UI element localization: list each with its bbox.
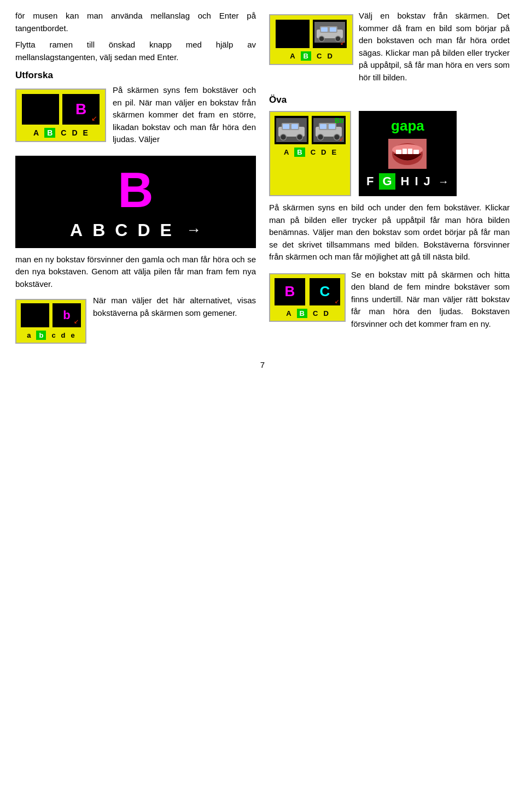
para-utforska-2: man en ny bokstav försvinner den gamla o… [15, 254, 256, 291]
letter-D-ova: D [321, 148, 326, 156]
big-letter-display[interactable]: B A B C D E → [15, 156, 256, 248]
letters-row-gem: a b c d e [27, 331, 75, 340]
letter-A-ova: A [284, 148, 289, 156]
letter-C-1: C [61, 128, 66, 137]
para-valj: Välj en bokstav från skärmen. Det kommer… [359, 10, 510, 84]
para-mouse: för musen kan man använda mellanslag och… [15, 10, 256, 34]
svg-point-12 [281, 134, 287, 140]
black-panel-car-right: ↙ [313, 20, 347, 48]
page: för musen kan man använda mellanslag och… [0, 0, 525, 385]
ui-top-panels-gemener: b ↙ [21, 303, 81, 327]
bc-panel-B: B [275, 278, 305, 305]
top-right-section: ↙ A B C D Välj en bokstav från skärmen. … [269, 10, 510, 88]
svg-rect-25 [402, 149, 407, 154]
svg-rect-3 [321, 27, 328, 32]
letter-A-1: A [33, 128, 39, 137]
big-D[interactable]: D [137, 220, 150, 240]
bc-letter-B: B [285, 283, 295, 300]
right-column: ↙ A B C D Välj en bokstav från skärmen. … [269, 10, 510, 350]
bc-top-panels: B C ↙ [275, 278, 340, 305]
letters-row-bc: A B C D [286, 309, 329, 318]
letter-C-tr: C [317, 52, 322, 60]
letter-H[interactable]: H [401, 174, 410, 189]
ova-car-top: Bb ↙ [275, 116, 346, 144]
letter-B-highlighted-bc[interactable]: B [297, 309, 307, 318]
para-ova-1: På skärmen syns en bild och under den fe… [269, 202, 510, 263]
letter-D-tr: D [327, 52, 332, 60]
letter-D-1: D [72, 128, 77, 137]
svg-rect-18 [329, 124, 335, 129]
black-panel-right-gem: b ↙ [52, 303, 81, 327]
letter-a-gem: a [27, 331, 31, 339]
big-letters-ABCDE: A B C D E → [70, 220, 201, 240]
letters-row-ova: A B C D E [284, 148, 336, 157]
letter-B-highlighted-tr[interactable]: B [301, 51, 311, 61]
ui-box-gemener: b ↙ a b c d e [15, 295, 86, 348]
utforska-section: B ↙ A B C D E På skärmen syns fe [15, 84, 256, 150]
black-panel-left-gem [21, 303, 49, 327]
red-arrow-ova: ↙ [339, 136, 344, 143]
letter-B-highlighted-1[interactable]: B [44, 128, 55, 138]
svg-point-5 [319, 36, 324, 42]
heading-ova: Öva [269, 95, 510, 105]
big-letter-B: B [118, 166, 154, 215]
bc-section: B C ↙ A B C D Se en bokstav mitt på [269, 269, 510, 335]
red-arrow-1: ↙ [91, 114, 97, 122]
big-arrow-right[interactable]: → [186, 221, 201, 239]
svg-rect-4 [330, 27, 336, 32]
letter-C-ova: C [311, 148, 316, 156]
black-panel-car-left [276, 20, 310, 48]
ui-illustration-top-right[interactable]: ↙ A B C D [269, 14, 353, 65]
ui-top-panels: B ↙ [22, 94, 100, 125]
ova-illustrations: Bb ↙ A B C D E gapa [269, 111, 510, 196]
letter-D-bc: D [323, 309, 328, 317]
letter-B-highlighted-ova[interactable]: B [294, 148, 305, 157]
svg-rect-11 [291, 124, 298, 129]
letter-c-gem: c [51, 331, 55, 339]
big-letter-b-gem: b [63, 308, 70, 322]
ui-illustration-gemener[interactable]: b ↙ a b c d e [15, 299, 86, 344]
heading-utforska: Utforska [15, 70, 256, 81]
para-ova-2: Se en bokstav mitt på skärmen och hitta … [351, 269, 510, 331]
ui-illustration-1[interactable]: B ↙ A B C D E [15, 89, 106, 142]
letter-I[interactable]: I [415, 174, 418, 189]
ova-black-panel-left [275, 116, 308, 144]
ova-black-panel-right: Bb ↙ [312, 116, 346, 144]
bc-letter-C: C [320, 283, 330, 300]
black-panel-right-1: B ↙ [62, 94, 100, 125]
letter-A-bc: A [286, 309, 291, 317]
letter-E-1: E [83, 128, 88, 137]
big-letter-B-display: B [75, 101, 86, 118]
bc-panel-C: C ↙ [310, 278, 340, 305]
ova-car-svg-left [276, 118, 307, 142]
letter-b-highlighted-gem[interactable]: b [36, 331, 46, 340]
red-arrow-car: ↙ [340, 39, 345, 46]
big-A[interactable]: A [70, 220, 83, 240]
letter-G-highlighted[interactable]: G [379, 173, 395, 190]
letter-A-tr: A [290, 52, 295, 60]
bc-illustration[interactable]: B C ↙ A B C D [269, 273, 346, 322]
letter-F[interactable]: F [366, 174, 374, 189]
letter-d-gem: d [61, 331, 66, 339]
gemener-section: b ↙ a b c d e När man väljer det [15, 295, 256, 350]
svg-point-19 [318, 134, 324, 140]
svg-rect-24 [396, 150, 401, 154]
gapa-word: gapa [391, 117, 424, 134]
ova-car-box[interactable]: Bb ↙ A B C D E [269, 111, 351, 196]
big-C[interactable]: C [115, 220, 127, 240]
letter-J[interactable]: J [424, 174, 430, 189]
svg-rect-26 [408, 149, 412, 154]
mouth-image [388, 139, 427, 169]
left-column: för musen kan man använda mellanslag och… [15, 10, 256, 350]
svg-rect-27 [413, 150, 419, 154]
svg-point-13 [297, 134, 303, 140]
right-text-top: Välj en bokstav från skärmen. Det kommer… [359, 10, 510, 88]
ui-box-1: B ↙ A B C D E [15, 84, 106, 146]
fghij-arrow[interactable]: → [438, 175, 449, 188]
ova-gapa-box[interactable]: gapa F [359, 111, 457, 196]
page-number: 7 [15, 360, 510, 369]
ui-top-car: ↙ [276, 20, 347, 48]
two-column-layout: för musen kan man använda mellanslag och… [15, 10, 510, 350]
big-B[interactable]: B [92, 220, 105, 240]
big-E[interactable]: E [160, 220, 172, 240]
